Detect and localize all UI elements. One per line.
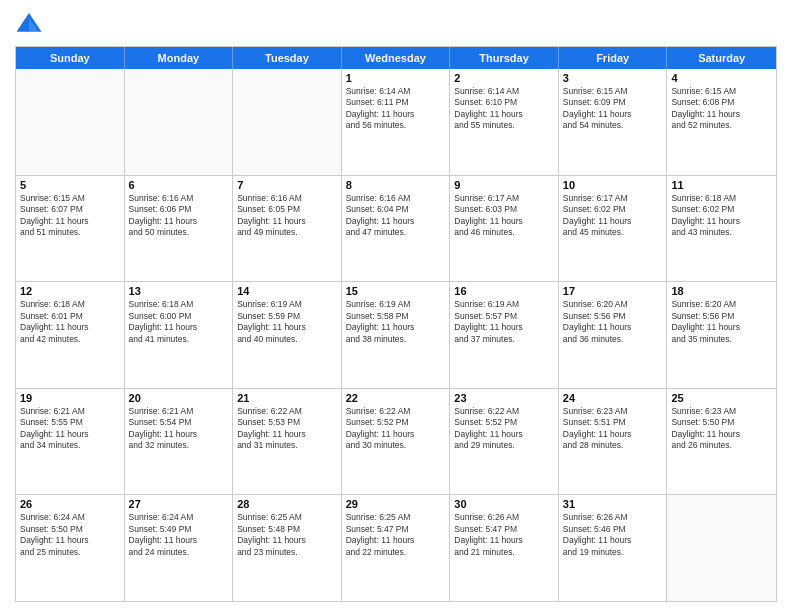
cell-info: Sunrise: 6:15 AM Sunset: 6:08 PM Dayligh… (671, 86, 772, 132)
day-header-friday: Friday (559, 47, 668, 69)
calendar-cell-1: 1Sunrise: 6:14 AM Sunset: 6:11 PM Daylig… (342, 69, 451, 175)
calendar-cell-16: 16Sunrise: 6:19 AM Sunset: 5:57 PM Dayli… (450, 282, 559, 388)
cell-day-number: 23 (454, 392, 554, 404)
cell-day-number: 28 (237, 498, 337, 510)
cell-info: Sunrise: 6:22 AM Sunset: 5:53 PM Dayligh… (237, 406, 337, 452)
calendar-cell-13: 13Sunrise: 6:18 AM Sunset: 6:00 PM Dayli… (125, 282, 234, 388)
calendar-cell-6: 6Sunrise: 6:16 AM Sunset: 6:06 PM Daylig… (125, 176, 234, 282)
day-header-tuesday: Tuesday (233, 47, 342, 69)
calendar-cell-19: 19Sunrise: 6:21 AM Sunset: 5:55 PM Dayli… (16, 389, 125, 495)
calendar-cell-2: 2Sunrise: 6:14 AM Sunset: 6:10 PM Daylig… (450, 69, 559, 175)
cell-day-number: 7 (237, 179, 337, 191)
calendar-cell-24: 24Sunrise: 6:23 AM Sunset: 5:51 PM Dayli… (559, 389, 668, 495)
cell-day-number: 16 (454, 285, 554, 297)
calendar-row-4: 19Sunrise: 6:21 AM Sunset: 5:55 PM Dayli… (16, 389, 776, 496)
calendar-cell-26: 26Sunrise: 6:24 AM Sunset: 5:50 PM Dayli… (16, 495, 125, 601)
cell-day-number: 14 (237, 285, 337, 297)
header (15, 10, 777, 38)
calendar-cell-29: 29Sunrise: 6:25 AM Sunset: 5:47 PM Dayli… (342, 495, 451, 601)
cell-info: Sunrise: 6:21 AM Sunset: 5:54 PM Dayligh… (129, 406, 229, 452)
page: SundayMondayTuesdayWednesdayThursdayFrid… (0, 0, 792, 612)
cell-info: Sunrise: 6:16 AM Sunset: 6:06 PM Dayligh… (129, 193, 229, 239)
cell-day-number: 9 (454, 179, 554, 191)
cell-info: Sunrise: 6:26 AM Sunset: 5:47 PM Dayligh… (454, 512, 554, 558)
cell-info: Sunrise: 6:18 AM Sunset: 6:02 PM Dayligh… (671, 193, 772, 239)
calendar-cell-3: 3Sunrise: 6:15 AM Sunset: 6:09 PM Daylig… (559, 69, 668, 175)
calendar-cell-empty (233, 69, 342, 175)
day-header-wednesday: Wednesday (342, 47, 451, 69)
cell-day-number: 18 (671, 285, 772, 297)
cell-info: Sunrise: 6:14 AM Sunset: 6:10 PM Dayligh… (454, 86, 554, 132)
calendar-cell-empty (125, 69, 234, 175)
calendar-cell-7: 7Sunrise: 6:16 AM Sunset: 6:05 PM Daylig… (233, 176, 342, 282)
cell-day-number: 17 (563, 285, 663, 297)
calendar-cell-23: 23Sunrise: 6:22 AM Sunset: 5:52 PM Dayli… (450, 389, 559, 495)
day-header-saturday: Saturday (667, 47, 776, 69)
cell-day-number: 29 (346, 498, 446, 510)
calendar-cell-10: 10Sunrise: 6:17 AM Sunset: 6:02 PM Dayli… (559, 176, 668, 282)
cell-day-number: 24 (563, 392, 663, 404)
cell-day-number: 27 (129, 498, 229, 510)
cell-info: Sunrise: 6:25 AM Sunset: 5:48 PM Dayligh… (237, 512, 337, 558)
cell-day-number: 6 (129, 179, 229, 191)
cell-day-number: 26 (20, 498, 120, 510)
cell-day-number: 25 (671, 392, 772, 404)
day-header-monday: Monday (125, 47, 234, 69)
cell-day-number: 4 (671, 72, 772, 84)
calendar-cell-8: 8Sunrise: 6:16 AM Sunset: 6:04 PM Daylig… (342, 176, 451, 282)
calendar-row-2: 5Sunrise: 6:15 AM Sunset: 6:07 PM Daylig… (16, 176, 776, 283)
cell-info: Sunrise: 6:16 AM Sunset: 6:05 PM Dayligh… (237, 193, 337, 239)
cell-info: Sunrise: 6:24 AM Sunset: 5:50 PM Dayligh… (20, 512, 120, 558)
cell-day-number: 31 (563, 498, 663, 510)
logo-icon (15, 10, 43, 38)
cell-day-number: 22 (346, 392, 446, 404)
cell-info: Sunrise: 6:15 AM Sunset: 6:07 PM Dayligh… (20, 193, 120, 239)
cell-info: Sunrise: 6:23 AM Sunset: 5:51 PM Dayligh… (563, 406, 663, 452)
cell-info: Sunrise: 6:23 AM Sunset: 5:50 PM Dayligh… (671, 406, 772, 452)
cell-day-number: 2 (454, 72, 554, 84)
cell-info: Sunrise: 6:25 AM Sunset: 5:47 PM Dayligh… (346, 512, 446, 558)
calendar-row-1: 1Sunrise: 6:14 AM Sunset: 6:11 PM Daylig… (16, 69, 776, 176)
cell-day-number: 1 (346, 72, 446, 84)
cell-day-number: 12 (20, 285, 120, 297)
calendar-body: 1Sunrise: 6:14 AM Sunset: 6:11 PM Daylig… (16, 69, 776, 601)
cell-info: Sunrise: 6:24 AM Sunset: 5:49 PM Dayligh… (129, 512, 229, 558)
calendar-cell-15: 15Sunrise: 6:19 AM Sunset: 5:58 PM Dayli… (342, 282, 451, 388)
cell-info: Sunrise: 6:18 AM Sunset: 6:00 PM Dayligh… (129, 299, 229, 345)
calendar-cell-11: 11Sunrise: 6:18 AM Sunset: 6:02 PM Dayli… (667, 176, 776, 282)
calendar-row-3: 12Sunrise: 6:18 AM Sunset: 6:01 PM Dayli… (16, 282, 776, 389)
day-header-thursday: Thursday (450, 47, 559, 69)
calendar-cell-17: 17Sunrise: 6:20 AM Sunset: 5:56 PM Dayli… (559, 282, 668, 388)
calendar-header: SundayMondayTuesdayWednesdayThursdayFrid… (16, 47, 776, 69)
calendar-cell-4: 4Sunrise: 6:15 AM Sunset: 6:08 PM Daylig… (667, 69, 776, 175)
cell-info: Sunrise: 6:20 AM Sunset: 5:56 PM Dayligh… (671, 299, 772, 345)
cell-info: Sunrise: 6:14 AM Sunset: 6:11 PM Dayligh… (346, 86, 446, 132)
day-header-sunday: Sunday (16, 47, 125, 69)
cell-day-number: 15 (346, 285, 446, 297)
calendar-cell-28: 28Sunrise: 6:25 AM Sunset: 5:48 PM Dayli… (233, 495, 342, 601)
calendar-cell-12: 12Sunrise: 6:18 AM Sunset: 6:01 PM Dayli… (16, 282, 125, 388)
cell-day-number: 19 (20, 392, 120, 404)
calendar: SundayMondayTuesdayWednesdayThursdayFrid… (15, 46, 777, 602)
cell-info: Sunrise: 6:19 AM Sunset: 5:57 PM Dayligh… (454, 299, 554, 345)
calendar-cell-empty (667, 495, 776, 601)
cell-info: Sunrise: 6:22 AM Sunset: 5:52 PM Dayligh… (346, 406, 446, 452)
cell-day-number: 11 (671, 179, 772, 191)
cell-info: Sunrise: 6:18 AM Sunset: 6:01 PM Dayligh… (20, 299, 120, 345)
cell-day-number: 5 (20, 179, 120, 191)
cell-day-number: 10 (563, 179, 663, 191)
calendar-cell-21: 21Sunrise: 6:22 AM Sunset: 5:53 PM Dayli… (233, 389, 342, 495)
calendar-cell-25: 25Sunrise: 6:23 AM Sunset: 5:50 PM Dayli… (667, 389, 776, 495)
cell-day-number: 30 (454, 498, 554, 510)
calendar-cell-empty (16, 69, 125, 175)
cell-info: Sunrise: 6:26 AM Sunset: 5:46 PM Dayligh… (563, 512, 663, 558)
cell-info: Sunrise: 6:17 AM Sunset: 6:03 PM Dayligh… (454, 193, 554, 239)
cell-info: Sunrise: 6:15 AM Sunset: 6:09 PM Dayligh… (563, 86, 663, 132)
calendar-cell-14: 14Sunrise: 6:19 AM Sunset: 5:59 PM Dayli… (233, 282, 342, 388)
cell-day-number: 21 (237, 392, 337, 404)
calendar-row-5: 26Sunrise: 6:24 AM Sunset: 5:50 PM Dayli… (16, 495, 776, 601)
calendar-cell-9: 9Sunrise: 6:17 AM Sunset: 6:03 PM Daylig… (450, 176, 559, 282)
calendar-cell-30: 30Sunrise: 6:26 AM Sunset: 5:47 PM Dayli… (450, 495, 559, 601)
cell-info: Sunrise: 6:22 AM Sunset: 5:52 PM Dayligh… (454, 406, 554, 452)
cell-info: Sunrise: 6:19 AM Sunset: 5:58 PM Dayligh… (346, 299, 446, 345)
